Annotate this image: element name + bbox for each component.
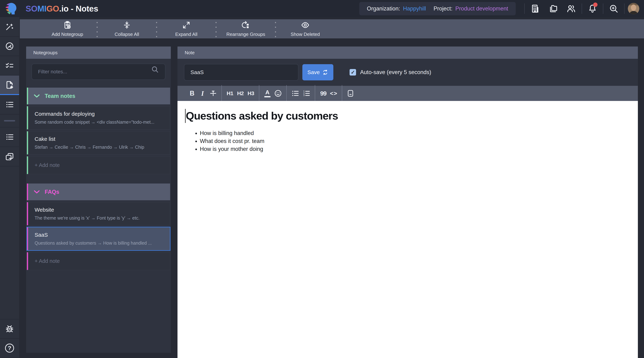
sidebar-item-bug-report[interactable] [0, 319, 19, 338]
user-avatar[interactable] [628, 3, 639, 15]
filter-notes-input[interactable] [32, 64, 166, 80]
folders-icon [548, 4, 558, 13]
sidebar-item-notes[interactable] [0, 76, 19, 95]
divider [315, 85, 315, 102]
bold-button[interactable]: B [187, 86, 197, 101]
building-icon [530, 4, 540, 13]
note-title: Commands for deploying [34, 111, 164, 117]
projects-button[interactable] [544, 0, 562, 17]
strikethrough-button[interactable] [208, 86, 218, 101]
rearrange-groups-button[interactable]: Rearrange Groups [219, 19, 273, 38]
heading1-button[interactable]: H1 [225, 86, 235, 101]
bullet-list-button[interactable] [290, 86, 301, 101]
divider [286, 85, 287, 102]
note-edit-icon [5, 80, 14, 89]
avatar-photo [628, 3, 639, 15]
editor-bullet: How is billing handled [200, 129, 630, 137]
notegroups-panel: Notegroups Team notes Commands for deplo… [26, 47, 171, 353]
project-value[interactable]: Product development [455, 6, 508, 12]
editor-bullet-list: How is billing handled What does it cost… [200, 129, 630, 153]
org-project-selector[interactable]: Organization: Happyhill Project: Product… [359, 2, 516, 15]
insert-image-button[interactable] [345, 86, 356, 101]
notegroup-header-faqs[interactable]: FAQs [27, 184, 170, 200]
note-card-commands-for-deploying[interactable]: Commands for deploying Some random code … [27, 106, 170, 129]
sidebar-item-boards[interactable] [0, 147, 19, 166]
chevron-down-icon [34, 190, 40, 194]
expand-all-button[interactable]: Expand All [159, 19, 213, 38]
organization-button[interactable] [526, 0, 544, 17]
emoji-button[interactable] [273, 86, 284, 101]
wand-icon [5, 22, 14, 31]
sidebar-item-help[interactable]: ? [0, 338, 19, 358]
header-icon-bar [523, 0, 639, 17]
notification-badge [593, 3, 598, 7]
divider [524, 4, 525, 14]
bug-icon [5, 324, 14, 333]
autosave-label: Auto-save (every 5 seconds) [360, 69, 431, 76]
italic-button[interactable]: I [197, 86, 208, 101]
search-icon [151, 66, 159, 73]
save-button[interactable]: Save [302, 64, 333, 80]
sidebar-item-dashboard[interactable] [0, 37, 19, 56]
ordered-list-button[interactable]: 1 2 3 [301, 86, 312, 101]
note-preview: Some random code snippet → <div classNam… [34, 120, 164, 125]
toolbar-button-label: Show Deleted [291, 32, 320, 37]
editor-content[interactable]: Questions asked by customers How is bill… [178, 101, 638, 358]
team-button[interactable] [562, 0, 580, 17]
add-notegroup-button[interactable]: Add Notegroup [40, 19, 94, 38]
notegroups-panel-header: Notegroups [26, 47, 171, 59]
search-button[interactable] [605, 0, 623, 17]
svg-text:3: 3 [303, 94, 304, 97]
project-label: Project: [434, 6, 452, 12]
sidebar-item-tasks[interactable] [0, 56, 19, 76]
bullet-list-icon [291, 89, 299, 98]
note-preview: Questions asked by customers → How is bi… [34, 240, 164, 246]
add-note-button[interactable]: + Add note [27, 156, 170, 174]
note-card-cake-list[interactable]: Cake list Stefan → Cecilie → Chris → Fer… [27, 131, 170, 155]
text-color-button[interactable]: A [262, 86, 273, 101]
checklist-icon [5, 61, 14, 70]
add-note-button[interactable]: + Add note [27, 252, 170, 270]
sidebar-spacer [0, 166, 19, 319]
people-icon [566, 4, 576, 13]
divider [624, 4, 624, 14]
notegroup-name: Team notes [45, 93, 75, 99]
help-icon: ? [5, 343, 14, 352]
blockquote-button[interactable]: 99 [318, 86, 328, 101]
collapse-all-button[interactable]: Collapse All [100, 19, 154, 38]
sidebar-item-magic[interactable] [0, 17, 19, 37]
sidebar-divider-handle[interactable] [0, 115, 19, 127]
editor-bullet: How is your mother doing [200, 145, 630, 153]
eye-icon [301, 21, 310, 29]
notifications-button[interactable] [584, 0, 602, 17]
notes-toolbar: Add Notegroup Collapse All Expand All Re… [20, 19, 644, 38]
page-title: SOMIGO.io - Notes [26, 4, 98, 14]
sidebar-item-list[interactable] [0, 95, 19, 115]
note-card-website[interactable]: Website The theme we're using is 'x' → F… [27, 202, 170, 225]
notegroup-name: FAQs [45, 189, 59, 195]
notegroup-list: Team notes Commands for deploying Some r… [26, 80, 171, 270]
editor-heading: Questions asked by customers [186, 110, 630, 122]
note-card-saas-selected[interactable]: SaaS Questions asked by customers → How … [27, 227, 170, 250]
text-caret [185, 109, 186, 123]
collapse-icon [122, 21, 131, 29]
note-title-input[interactable] [184, 64, 298, 81]
divider [259, 85, 259, 102]
code-block-button[interactable]: <> [328, 86, 339, 101]
notegroup-header-team-notes[interactable]: Team notes [27, 88, 170, 104]
sidebar-item-list-alt[interactable] [0, 127, 19, 147]
expand-icon [182, 21, 191, 29]
heading2-button[interactable]: H2 [235, 86, 246, 101]
heading3-button[interactable]: H3 [246, 86, 256, 101]
chevron-down-icon [34, 94, 40, 98]
list-icon [5, 100, 14, 109]
ordered-list-icon: 1 2 3 [302, 89, 310, 98]
autosave-checkbox[interactable]: ✓ [350, 69, 356, 76]
note-panel-header: Note [178, 47, 638, 59]
note-title: Cake list [34, 136, 164, 142]
app-header: SOMIGO.io - Notes Organization: Happyhil… [0, 0, 644, 17]
sync-icon [322, 69, 328, 75]
organization-value[interactable]: Happyhill [403, 6, 426, 12]
show-deleted-button[interactable]: Show Deleted [278, 19, 332, 38]
note-preview: Stefan → Cecilie → Chris → Fernando → Ul… [34, 145, 164, 150]
